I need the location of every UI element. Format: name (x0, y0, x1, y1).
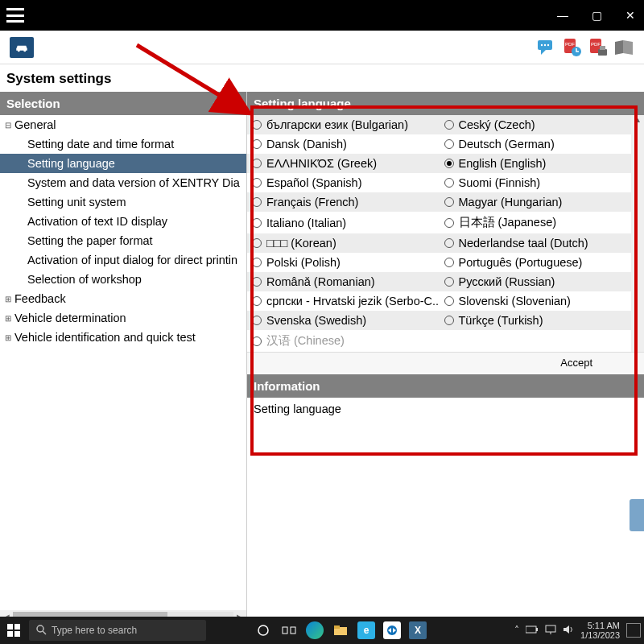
radio-icon[interactable] (444, 296, 454, 306)
taskbar-search[interactable]: Type here to search (29, 620, 206, 641)
language-option[interactable]: српски - Hrvatski jezik (Serbo-C... (247, 291, 440, 311)
ie-icon[interactable]: e (357, 621, 375, 639)
cortana-icon[interactable] (254, 621, 272, 639)
radio-icon[interactable] (252, 296, 262, 306)
tray-volume-icon[interactable] (563, 625, 574, 637)
pdf-printer-icon[interactable]: PDF (588, 37, 609, 58)
language-option[interactable]: Suomi (Finnish) (440, 173, 632, 192)
svg-point-20 (258, 625, 268, 635)
tree-item[interactable]: Setting the paper format (0, 231, 246, 250)
radio-icon[interactable] (252, 336, 262, 346)
radio-icon[interactable] (252, 218, 262, 228)
language-option[interactable]: Español (Spanish) (247, 173, 440, 192)
language-option[interactable]: Português (Portuguese) (440, 253, 632, 272)
tray-battery-icon[interactable] (526, 625, 539, 636)
radio-icon[interactable] (252, 238, 262, 248)
svg-point-0 (18, 49, 20, 52)
notification-center-icon[interactable] (626, 623, 641, 638)
radio-icon[interactable] (444, 258, 454, 267)
language-label: Svenska (Swedish) (266, 314, 366, 327)
tree-item[interactable]: Setting unit system (0, 192, 246, 212)
language-option[interactable]: Ceský (Czech) (440, 115, 632, 134)
language-option[interactable]: Français (French) (247, 192, 440, 212)
pdf-clock-icon[interactable]: PDF (562, 37, 583, 58)
language-option[interactable]: Dansk (Danish) (247, 134, 440, 154)
radio-icon[interactable] (444, 120, 454, 130)
maximize-button[interactable]: ▢ (589, 9, 604, 22)
tree-item[interactable]: Setting language (0, 154, 246, 173)
scroll-up-icon[interactable]: ▴ (636, 115, 640, 124)
tree-expander-icon[interactable]: ⊞ (3, 333, 13, 342)
radio-icon[interactable] (444, 139, 454, 149)
radio-icon[interactable] (252, 197, 262, 207)
language-option[interactable]: ΕΛΛΗΝΙΚΌΣ (Greek) (247, 154, 440, 173)
tree-item[interactable]: ⊞Feedback (0, 289, 246, 308)
language-option[interactable]: Nederlandse taal (Dutch) (440, 233, 632, 253)
language-label: English (English) (459, 157, 547, 170)
tree-item[interactable]: ⊞Vehicle determination (0, 308, 246, 328)
radio-icon[interactable] (444, 197, 454, 207)
radio-icon[interactable] (252, 316, 262, 325)
language-option[interactable]: □□□ (Korean) (247, 233, 440, 253)
tree-expander-icon[interactable]: ⊞ (3, 314, 13, 323)
language-option[interactable]: Русский (Russian) (440, 272, 632, 291)
radio-icon[interactable] (252, 139, 262, 149)
language-option[interactable]: български език (Bulgarian) (247, 115, 440, 134)
accept-button[interactable]: Accept (554, 355, 599, 370)
radio-icon[interactable] (252, 159, 262, 168)
language-option[interactable]: English (English) (440, 154, 632, 173)
language-option[interactable]: Magyar (Hungarian) (440, 192, 632, 212)
svg-rect-27 (536, 628, 538, 631)
language-option[interactable]: 汉语 (Chinese) (247, 330, 440, 352)
tree-item[interactable]: ⊞Vehicle identification and quick test (0, 328, 246, 347)
teamviewer-side-tab[interactable] (630, 499, 644, 531)
radio-icon[interactable] (444, 316, 454, 325)
language-option[interactable]: Slovenski (Slovenian) (440, 291, 632, 311)
language-option[interactable]: Türkçe (Turkish) (440, 311, 632, 330)
minimize-button[interactable]: — (555, 9, 570, 22)
taskbar-clock[interactable]: 5:11 AM 1/13/2023 (580, 621, 620, 640)
radio-icon[interactable] (444, 238, 454, 248)
vertical-scrollbar[interactable]: ▴ (631, 115, 644, 352)
tree-item[interactable]: System and data version of XENTRY Dia (0, 173, 246, 192)
car-icon[interactable] (10, 37, 34, 58)
tree-item[interactable]: Activation of input dialog for direct pr… (0, 250, 246, 270)
radio-icon[interactable] (252, 258, 262, 267)
file-explorer-icon[interactable] (332, 621, 349, 639)
tray-chevron-up-icon[interactable]: ˄ (514, 625, 519, 636)
radio-icon[interactable] (252, 178, 262, 188)
language-option[interactable]: Italiano (Italian) (247, 212, 440, 233)
radio-icon[interactable] (444, 159, 454, 168)
tree-item[interactable]: Selection of workshop (0, 270, 246, 289)
task-view-icon[interactable] (280, 621, 298, 639)
radio-icon[interactable] (252, 120, 262, 130)
edge-icon[interactable] (306, 621, 324, 639)
language-option[interactable]: 日本語 (Japanese) (440, 212, 632, 233)
close-button[interactable]: ✕ (623, 9, 638, 22)
tree-expander-icon[interactable]: ⊟ (3, 121, 13, 130)
tree-expander-icon[interactable]: ⊞ (3, 295, 13, 303)
svg-rect-21 (283, 627, 287, 634)
tree-item[interactable]: Setting date and time format (0, 134, 246, 154)
hamburger-menu-icon[interactable] (6, 8, 24, 23)
language-option[interactable]: Română (Romanian) (247, 272, 440, 291)
language-option[interactable]: Svenska (Swedish) (247, 311, 440, 330)
chat-icon[interactable] (536, 37, 557, 58)
radio-icon[interactable] (444, 218, 454, 228)
language-option (440, 330, 632, 352)
language-option[interactable]: Deutsch (German) (440, 134, 632, 154)
tray-network-icon[interactable] (545, 625, 556, 637)
xentry-icon[interactable]: X (409, 621, 427, 639)
book-icon[interactable] (613, 37, 634, 58)
language-row: Română (Romanian)Русский (Russian) (247, 272, 631, 291)
language-option[interactable]: Polski (Polish) (247, 253, 440, 272)
radio-icon[interactable] (444, 178, 454, 188)
teamviewer-icon[interactable] (383, 621, 401, 639)
start-button[interactable] (0, 624, 27, 637)
tree-item[interactable]: ⊟General (0, 115, 246, 134)
tree-item-label: Vehicle identification and quick test (14, 331, 196, 344)
radio-icon[interactable] (444, 277, 454, 287)
settings-tree[interactable]: ⊟GeneralSetting date and time formatSett… (0, 115, 246, 610)
tree-item[interactable]: Activation of text ID display (0, 212, 246, 231)
radio-icon[interactable] (252, 277, 262, 287)
